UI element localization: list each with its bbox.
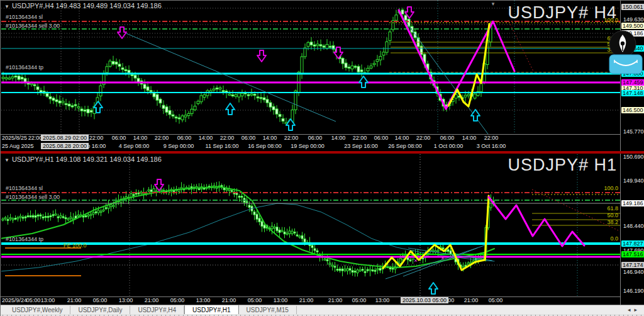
candle-body xyxy=(197,101,199,104)
tab-scroll-arrows: ◂▸ xyxy=(628,307,641,313)
candle-body xyxy=(362,269,364,271)
time-tick: 13:00 xyxy=(41,297,55,303)
candle-body xyxy=(311,245,313,248)
candle-body xyxy=(289,231,291,234)
candle-body xyxy=(172,115,174,116)
buy-arrow-icon[interactable] xyxy=(471,110,480,121)
time-tick: 21:00 xyxy=(222,297,236,303)
tab-usdjpy-h1[interactable]: USDJPY#,H1 xyxy=(184,305,239,315)
candle-body xyxy=(253,212,255,215)
candle-body xyxy=(464,95,467,97)
chart-annotation-label: 0.0 xyxy=(610,235,618,242)
candle-body xyxy=(357,270,358,273)
candle-body xyxy=(437,250,439,251)
chart-splitter[interactable] xyxy=(1,151,644,154)
time-tick: 22:00 xyxy=(353,135,367,141)
candle-body xyxy=(395,15,397,20)
time-tick: 22:00 xyxy=(28,135,43,141)
candle-body xyxy=(37,215,39,216)
candle-body xyxy=(105,208,107,209)
candle-body xyxy=(49,96,52,99)
time-axis-h4-row1[interactable]: 2025/8/2522:0022:0006:0014:0022:0006:001… xyxy=(1,135,620,143)
sell-arrow-icon[interactable] xyxy=(257,50,266,62)
candle-body xyxy=(32,215,34,217)
price-label-box: 149.186 xyxy=(621,200,644,206)
price-tick: 148.440 xyxy=(623,223,644,229)
candle-body xyxy=(60,215,62,217)
candle-body xyxy=(95,212,97,213)
candle-body xyxy=(14,76,17,77)
candle-body xyxy=(281,230,283,232)
collapse-icon[interactable]: ▼ xyxy=(4,157,9,163)
chart-header-h4: ▼USDJPY#,H4 149.483 149.489 149.034 149.… xyxy=(4,2,162,9)
candle-body xyxy=(316,44,319,45)
collapse-icon[interactable]: ▼ xyxy=(4,4,9,9)
tab-usdjpy-weekly[interactable]: USDJPY#,Weekly xyxy=(4,306,70,314)
candle-body xyxy=(247,94,250,96)
candle-body xyxy=(354,271,356,273)
candle-body xyxy=(379,268,381,270)
candle-body xyxy=(68,104,70,106)
time-tick: 4 Sep 08:00 xyxy=(119,143,150,149)
time-tick: 22:00 xyxy=(220,135,235,141)
candle-body xyxy=(194,106,196,110)
buy-arrow-icon[interactable] xyxy=(359,76,368,87)
candle-body xyxy=(294,232,296,233)
candle-body xyxy=(45,217,47,218)
candle-body xyxy=(181,116,184,120)
candle-body xyxy=(359,270,361,271)
candle-body xyxy=(47,217,49,218)
candle-body xyxy=(17,218,19,219)
time-tick: 14:00 xyxy=(199,135,213,141)
candle-body xyxy=(140,192,142,193)
candle-body xyxy=(55,99,58,101)
tab-usdjpy-h4[interactable]: USDJPY#,H4 xyxy=(130,306,184,314)
candle-body xyxy=(261,222,263,227)
buy-arrow-icon[interactable] xyxy=(429,283,438,294)
order-label: #101364344 sl xyxy=(6,185,43,191)
trend-line xyxy=(532,189,618,230)
candle-body xyxy=(260,98,262,99)
candle-body xyxy=(134,75,136,78)
candle-body xyxy=(331,265,333,266)
candle-body xyxy=(324,259,326,260)
time-tick: 05:00 xyxy=(489,297,503,303)
tab-usdjpy-daily[interactable]: USDJPY#,Daily xyxy=(70,306,130,314)
candle-body xyxy=(348,67,350,68)
candle-body xyxy=(279,115,281,117)
time-axis-h4-row2[interactable]: 25 Aug 20251 Sep 16:004 Sep 08:009 Sep 0… xyxy=(1,143,620,151)
time-tick: 05:00 xyxy=(248,297,262,303)
candle-body xyxy=(367,269,369,271)
candle-body xyxy=(169,110,171,115)
buy-arrow-icon[interactable] xyxy=(226,103,235,115)
pen-tool-button[interactable] xyxy=(609,31,636,57)
candle-body xyxy=(272,106,275,110)
draw-curve-button[interactable] xyxy=(609,55,642,74)
time-tick: 19 Sep 00:00 xyxy=(291,143,325,149)
candle-body xyxy=(279,230,280,232)
tab-scroll-right-icon[interactable]: ▸ xyxy=(634,307,641,313)
candle-body xyxy=(40,215,42,216)
candle-body xyxy=(256,214,258,219)
candle-body xyxy=(77,215,79,216)
candle-body xyxy=(238,196,240,197)
tab-scroll-left-icon[interactable]: ◂ xyxy=(628,307,635,313)
time-tick: 22:00 xyxy=(484,135,499,141)
candle-body xyxy=(373,64,375,65)
candle-body xyxy=(19,216,21,217)
candle-body xyxy=(271,226,273,229)
candle-body xyxy=(80,109,83,111)
time-tick: 06:00 xyxy=(112,135,126,141)
candle-body xyxy=(7,219,9,220)
time-tick: 3 Oct 16:00 xyxy=(477,143,506,149)
chart-annotation-label: × xyxy=(414,257,417,264)
candle-body xyxy=(294,91,297,110)
candle-body xyxy=(162,105,165,108)
candle-body xyxy=(175,117,177,118)
floating-tools-overlay xyxy=(598,28,644,79)
candle-body xyxy=(87,215,89,216)
price-tick: 146.190 xyxy=(623,288,644,294)
time-tick: 14:00 xyxy=(331,135,346,141)
tab-usdjpy-m15[interactable]: USDJPY#,M15 xyxy=(239,306,297,314)
highlighted-time-label: 2025.08.28 20:00 xyxy=(41,143,89,149)
